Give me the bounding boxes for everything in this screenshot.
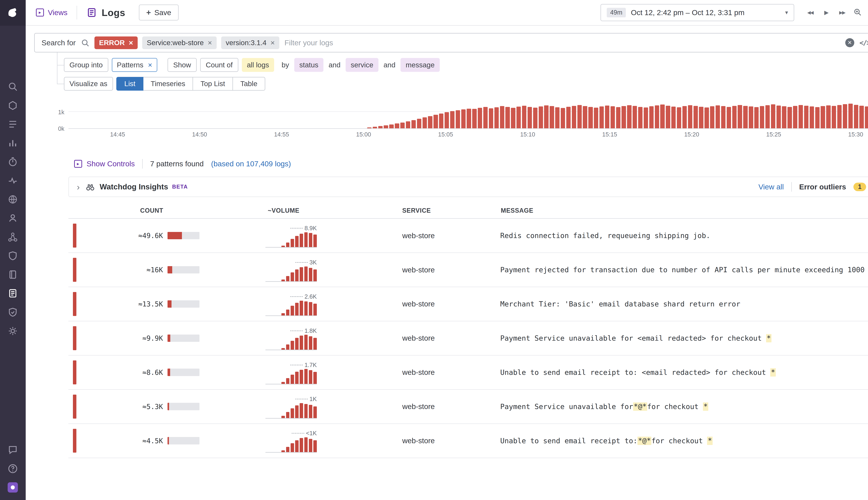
filter-chip-label: ERROR	[99, 39, 125, 47]
volume-bar	[309, 302, 312, 316]
table-row[interactable]: ≈9.9K1.8Kweb-storePayment Service unavai…	[68, 321, 868, 355]
sidebar-item-security[interactable]	[8, 251, 18, 261]
sidebar-item-compliance[interactable]	[8, 307, 18, 317]
viz-option-timeseries[interactable]: Timeseries	[143, 77, 193, 91]
based-on-link[interactable]: (based on 107,409 logs)	[211, 160, 291, 168]
message-cell: Payment Service unavailable for <email r…	[499, 334, 868, 342]
histogram-plot[interactable]	[68, 104, 868, 129]
volume-bar	[300, 234, 303, 247]
help-icon[interactable]	[8, 464, 18, 474]
chat-icon[interactable]	[8, 445, 18, 455]
filter-chip[interactable]: version:3.1.4×	[221, 36, 279, 49]
facet-chip-status[interactable]: status	[294, 58, 323, 72]
count-bar-fill	[168, 300, 172, 308]
count-cell: ≈16K	[77, 266, 265, 274]
view-all-link[interactable]: View all	[758, 183, 784, 191]
histogram-bar	[699, 107, 703, 128]
chevron-right-icon[interactable]: ›	[77, 182, 80, 192]
pattern-count: ≈8.6K	[77, 368, 163, 376]
sidebar-item-search[interactable]	[8, 81, 18, 92]
sidebar-item-metrics[interactable]	[8, 138, 18, 148]
count-of-select[interactable]: Count of	[200, 58, 238, 72]
histogram-bar	[765, 105, 770, 128]
search-bar[interactable]: Search for ERROR×Service:web-store×versi…	[34, 33, 868, 53]
x-axis-label: 15:25	[766, 131, 781, 138]
error-outliers-label[interactable]: Error outliers	[799, 183, 846, 191]
column-header-volume[interactable]: ~VOLUME	[265, 207, 400, 214]
log-histogram[interactable]: 1k 0k 14:4514:5014:5515:0015:0515:1015:1…	[26, 104, 868, 139]
datadog-logs-app: ▸ Views Logs + Save 49m Oct 12, 2:42 pm …	[0, 0, 868, 500]
service-cell: web-store	[400, 300, 499, 308]
measure-select[interactable]: all logs	[242, 58, 274, 72]
sidebar-item-monitors[interactable]	[8, 175, 18, 186]
play-button[interactable]: ▶	[819, 6, 833, 20]
viz-option-top-list[interactable]: Top List	[193, 77, 233, 91]
show-controls-button[interactable]: ▸ Show Controls	[74, 160, 135, 168]
remove-group-icon[interactable]: ×	[148, 61, 152, 69]
refresh-button[interactable]	[867, 6, 868, 20]
remove-filter-icon[interactable]: ×	[271, 39, 275, 46]
histogram-bar	[423, 117, 427, 128]
save-label: Save	[154, 8, 171, 17]
histogram-bar	[406, 121, 410, 128]
x-axis-label: 15:05	[438, 131, 453, 138]
views-button[interactable]: ▸ Views	[36, 8, 68, 17]
column-header-count[interactable]: COUNT	[77, 207, 265, 214]
remove-filter-icon[interactable]: ×	[129, 39, 133, 46]
histogram-bar	[666, 106, 670, 128]
facet-chip-message[interactable]: message	[400, 58, 440, 72]
filter-chip[interactable]: ERROR×	[94, 36, 138, 49]
table-row[interactable]: ≈16K3Kweb-storePayment rejected for tran…	[68, 253, 868, 287]
sidebar-item-apm[interactable]	[8, 157, 18, 167]
clear-search-icon[interactable]: ×	[845, 38, 855, 47]
skip-back-button[interactable]: ◀◀	[803, 6, 817, 20]
histogram-bar	[489, 108, 493, 128]
sidebar-bottom	[8, 445, 18, 500]
table-row[interactable]: ≈5.3K1Kweb-storePayment Service unavaila…	[68, 390, 868, 424]
visualize-row: Visualize as ListTimeseriesTop ListTable	[64, 76, 868, 91]
filter-chip[interactable]: Service:web-store×	[142, 36, 217, 49]
org-avatar[interactable]	[8, 482, 18, 492]
sidebar-item-notebooks[interactable]	[8, 270, 18, 280]
histogram-bar	[539, 106, 543, 128]
table-row[interactable]: ≈13.5K2.6Kweb-storeMerchant Tier: 'Basic…	[68, 287, 868, 321]
sidebar-item-logs[interactable]	[8, 288, 18, 298]
service-cell: web-store	[400, 436, 499, 445]
viz-option-list[interactable]: List	[116, 77, 143, 91]
viz-option-table[interactable]: Table	[232, 77, 265, 91]
search-input[interactable]	[285, 38, 840, 47]
service-cell: web-store	[400, 231, 499, 240]
table-row[interactable]: ≈49.6K8.9Kweb-storeRedis connection fail…	[68, 219, 868, 253]
sidebar-item-infrastructure[interactable]	[8, 100, 18, 111]
column-header-message[interactable]: MESSAGE	[499, 207, 868, 214]
status-indicator	[73, 292, 76, 316]
time-range-picker[interactable]: 49m Oct 12, 2:42 pm – Oct 12, 3:31 pm ▾	[601, 4, 794, 21]
zoom-button[interactable]	[851, 6, 865, 20]
message-segment: for checkout	[647, 402, 703, 411]
save-button[interactable]: + Save	[139, 4, 179, 21]
volume-bar	[295, 372, 299, 384]
histogram-bar	[400, 123, 405, 128]
sidebar-item-settings[interactable]	[8, 326, 18, 336]
table-row[interactable]: ≈8.6K1.7Kweb-storeUnable to send email r…	[68, 355, 868, 390]
column-header-service[interactable]: SERVICE	[400, 207, 499, 214]
facet-chip-service[interactable]: service	[346, 58, 378, 72]
skip-forward-button[interactable]: ▶▶	[835, 6, 849, 20]
histogram-bar	[632, 106, 637, 128]
raw-query-icon[interactable]: </>	[859, 39, 868, 47]
datadog-logo[interactable]	[0, 0, 26, 26]
histogram-bar	[727, 107, 731, 128]
remove-filter-icon[interactable]: ×	[208, 39, 212, 46]
table-row[interactable]: ≈4.5K<1Kweb-storeUnable to send email re…	[68, 424, 868, 458]
volume-bar	[313, 440, 317, 452]
group-chip-patterns[interactable]: Patterns ×	[112, 58, 157, 72]
sidebar-item-synthetics[interactable]	[8, 194, 18, 205]
sidebar-item-events[interactable]	[8, 119, 18, 129]
volume-bar	[286, 447, 289, 452]
histogram-bar	[810, 106, 814, 128]
histogram-bar	[494, 107, 499, 128]
sidebar-item-network[interactable]	[8, 232, 18, 242]
query-builder: Group into Patterns × Show Count of all …	[57, 57, 868, 91]
sidebar-item-rum[interactable]	[8, 213, 18, 223]
message-wildcard: *@*	[638, 436, 652, 445]
